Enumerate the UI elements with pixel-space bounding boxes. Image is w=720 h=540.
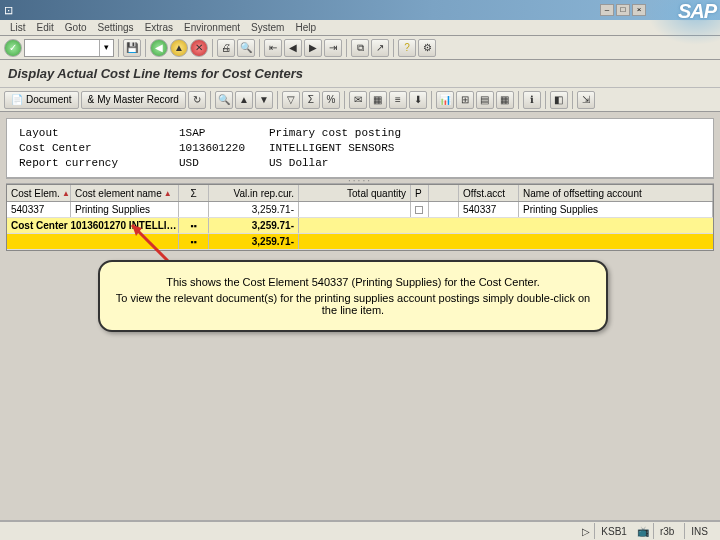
menu-list[interactable]: List <box>6 22 30 33</box>
menu-help[interactable]: Help <box>291 22 320 33</box>
maximize-button[interactable]: □ <box>616 4 630 16</box>
layout-icon[interactable]: ⚙ <box>418 39 436 57</box>
col-value[interactable]: Val.in rep.cur. <box>209 185 299 201</box>
status-server-icon: 📺 <box>637 526 649 537</box>
close-button[interactable]: × <box>632 4 646 16</box>
menubar: List Edit Goto Settings Extras Environme… <box>0 20 720 36</box>
total-row: ▪▪ 3,259.71- <box>7 234 713 250</box>
graphic-icon[interactable]: 📊 <box>436 91 454 109</box>
total-value: 3,259.71- <box>209 234 299 249</box>
info-val-layout: 1SAP <box>179 127 269 139</box>
col-blank[interactable] <box>429 185 459 201</box>
select-layout-icon[interactable]: ▤ <box>476 91 494 109</box>
sum-icon[interactable]: Σ <box>302 91 320 109</box>
info-desc-costcenter: INTELLIGENT SENSORS <box>269 142 394 154</box>
refresh-icon[interactable]: ↻ <box>188 91 206 109</box>
info-desc-layout: Primary cost posting <box>269 127 401 139</box>
total-icon: ▪▪ <box>179 234 209 249</box>
minimize-button[interactable]: – <box>600 4 614 16</box>
info-val-costcenter: 1013601220 <box>179 142 269 154</box>
next-page-icon[interactable]: ▶ <box>304 39 322 57</box>
grid-header: Cost Elem.▲ Cost element name▲ Σ Val.in … <box>7 185 713 202</box>
cell-qty <box>299 202 411 217</box>
col-sum[interactable]: Σ <box>179 185 209 201</box>
standard-toolbar: ✓ ▾ 💾 ◀ ▲ ✕ 🖨 🔍 ⇤ ◀ ▶ ⇥ ⧉ ↗ ? ⚙ <box>0 36 720 60</box>
help-icon[interactable]: ? <box>398 39 416 57</box>
sort-indicator-icon: ▲ <box>62 189 70 198</box>
col-cost-elem[interactable]: Cost Elem.▲ <box>7 185 71 201</box>
subtotal-row[interactable]: Cost Center 1013601270 INTELLI… ▪▪ 3,259… <box>7 218 713 234</box>
menu-system[interactable]: System <box>247 22 288 33</box>
callout-line1: This shows the Cost Element 540337 (Prin… <box>114 276 592 288</box>
wordproc-icon[interactable]: ≡ <box>389 91 407 109</box>
menu-environment[interactable]: Environment <box>180 22 244 33</box>
info-label-costcenter: Cost Center <box>19 142 179 154</box>
col-cost-elem-name[interactable]: Cost element name▲ <box>71 185 179 201</box>
document-icon: 📄 <box>11 94 23 105</box>
menu-extras[interactable]: Extras <box>141 22 177 33</box>
sort-asc-icon[interactable]: ▲ <box>235 91 253 109</box>
status-mode: INS <box>684 523 714 539</box>
command-field[interactable]: ▾ <box>24 39 114 57</box>
chevron-down-icon[interactable]: ▾ <box>99 40 113 56</box>
application-toolbar: 📄Document &My Master Record ↻ 🔍 ▲ ▼ ▽ Σ … <box>0 88 720 112</box>
exit-icon[interactable]: ▲ <box>170 39 188 57</box>
shortcut-icon[interactable]: ↗ <box>371 39 389 57</box>
enter-icon[interactable]: ✓ <box>4 39 22 57</box>
cell-sum <box>179 202 209 217</box>
change-layout-icon[interactable]: ⊞ <box>456 91 474 109</box>
splitter-handle[interactable] <box>6 178 714 184</box>
prev-page-icon[interactable]: ◀ <box>284 39 302 57</box>
cell-blank <box>429 202 459 217</box>
col-offset[interactable]: Offst.acct <box>459 185 519 201</box>
cell-offset-name: Printing Supplies <box>519 202 713 217</box>
mail-icon[interactable]: ✉ <box>349 91 367 109</box>
table-row[interactable]: 540337 Printing Supplies 3,259.71- 54033… <box>7 202 713 218</box>
col-p[interactable]: P <box>411 185 429 201</box>
cell-offset: 540337 <box>459 202 519 217</box>
status-tcode: KSB1 <box>594 523 633 539</box>
menu-settings[interactable]: Settings <box>93 22 137 33</box>
new-session-icon[interactable]: ⧉ <box>351 39 369 57</box>
status-dot-icon <box>415 206 423 214</box>
menu-edit[interactable]: Edit <box>33 22 58 33</box>
info-row: Cost Center 1013601220 INTELLIGENT SENSO… <box>19 142 701 154</box>
annotation-callout: This shows the Cost Element 540337 (Prin… <box>98 260 608 332</box>
print-icon[interactable]: 🖨 <box>217 39 235 57</box>
col-offset-name[interactable]: Name of offsetting account <box>519 185 713 201</box>
first-page-icon[interactable]: ⇤ <box>264 39 282 57</box>
info-icon[interactable]: ℹ <box>523 91 541 109</box>
filter-icon[interactable]: ▽ <box>282 91 300 109</box>
menu-goto[interactable]: Goto <box>61 22 91 33</box>
save-layout-icon[interactable]: ▦ <box>496 91 514 109</box>
master-icon: & <box>88 94 95 105</box>
localfile-icon[interactable]: ⬇ <box>409 91 427 109</box>
info-desc-currency: US Dollar <box>269 157 328 169</box>
subtotal-label: Cost Center 1013601270 INTELLI… <box>7 218 179 233</box>
cell-p <box>411 202 429 217</box>
export-icon[interactable]: ⇲ <box>577 91 595 109</box>
info-row: Report currency USD US Dollar <box>19 157 701 169</box>
status-expand-icon[interactable]: ▷ <box>582 526 590 537</box>
sap-logo: SAP <box>678 0 716 23</box>
sort-desc-icon[interactable]: ▼ <box>255 91 273 109</box>
last-page-icon[interactable]: ⇥ <box>324 39 342 57</box>
system-menu-icon[interactable]: ⊡ <box>4 4 13 17</box>
subtotal-value: 3,259.71- <box>209 218 299 233</box>
cell-name: Printing Supplies <box>71 202 179 217</box>
details-icon[interactable]: 🔍 <box>215 91 233 109</box>
master-record-button[interactable]: &My Master Record <box>81 91 186 109</box>
subtotal-icon: ▪▪ <box>179 218 209 233</box>
cancel-icon[interactable]: ✕ <box>190 39 208 57</box>
page-title: Display Actual Cost Line Items for Cost … <box>0 60 720 88</box>
subtotal-icon[interactable]: % <box>322 91 340 109</box>
document-button[interactable]: 📄Document <box>4 91 79 109</box>
selections-icon[interactable]: ◧ <box>550 91 568 109</box>
find-icon[interactable]: 🔍 <box>237 39 255 57</box>
col-qty[interactable]: Total quantity <box>299 185 411 201</box>
excel-icon[interactable]: ▦ <box>369 91 387 109</box>
back-icon[interactable]: ◀ <box>150 39 168 57</box>
status-bar: ▷ KSB1 📺 r3b INS <box>0 520 720 540</box>
alv-grid: Cost Elem.▲ Cost element name▲ Σ Val.in … <box>6 184 714 251</box>
save-icon[interactable]: 💾 <box>123 39 141 57</box>
